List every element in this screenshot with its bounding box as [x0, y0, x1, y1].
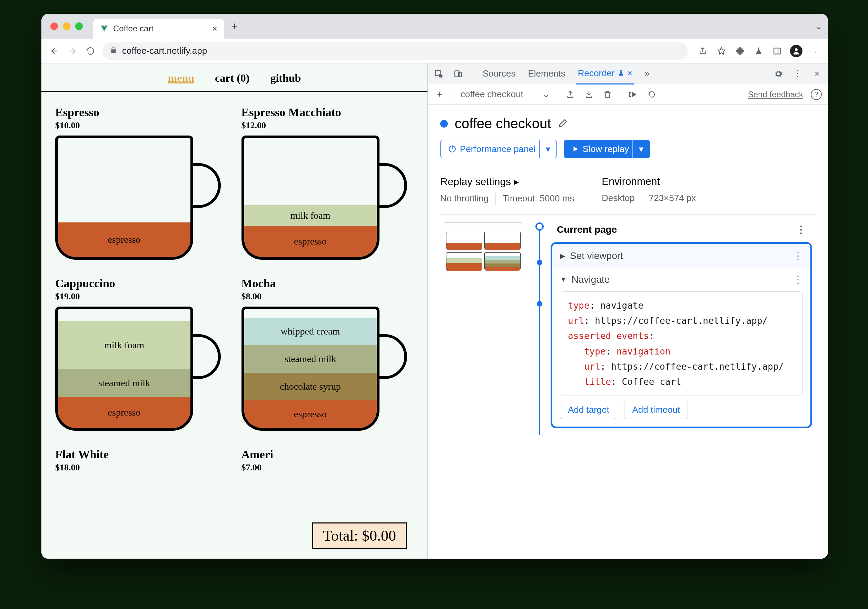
labs-icon[interactable] — [753, 45, 764, 57]
step-current-page[interactable]: Current page ⋮ — [550, 222, 812, 237]
step-card-active: ▶Set viewport ⋮ ▼Navigate ⋮ type: naviga… — [550, 242, 812, 428]
more-icon[interactable]: ⋮ — [793, 250, 803, 261]
product-cappuccino[interactable]: Cappuccino $19.00 milk foam steamed milk… — [55, 277, 228, 437]
step-set-viewport[interactable]: ▶Set viewport ⋮ — [552, 244, 811, 267]
product-name: Espresso — [55, 106, 228, 119]
timeline-thumbnail[interactable] — [444, 223, 523, 274]
address-bar: coffee-cart.netlify.app ⋮ — [42, 39, 828, 63]
toolbar-right: ⋮ — [697, 45, 821, 57]
recorder-toolbar: + coffee checkout ⌄ Send feedback ? — [428, 84, 828, 105]
layer-milkfoam: milk foam — [58, 321, 191, 369]
nav-menu[interactable]: menu — [168, 72, 194, 85]
url-text: coffee-cart.netlify.app — [122, 45, 207, 56]
url-field[interactable]: coffee-cart.netlify.app — [102, 42, 688, 60]
extensions-icon[interactable] — [734, 45, 746, 57]
timeout-value: Timeout: 5000 ms — [503, 193, 574, 205]
environment-section: Environment Desktop 723×574 px — [602, 176, 696, 205]
svg-rect-5 — [629, 93, 631, 97]
layer-espresso: espresso — [58, 223, 191, 257]
back-button[interactable] — [48, 45, 61, 57]
product-price: $7.00 — [242, 462, 414, 473]
devtools-tabs: Sources Elements Recorder × » ⋮ × — [428, 63, 828, 84]
continue-icon[interactable] — [647, 89, 658, 100]
send-feedback-link[interactable]: Send feedback — [748, 90, 803, 99]
step-navigate-details: type: navigate url: https://coffee-cart.… — [552, 291, 811, 427]
browser-tab[interactable]: Coffee cart × — [93, 19, 224, 39]
product-name: Mocha — [242, 277, 414, 290]
settings-icon[interactable] — [773, 68, 784, 79]
record-status-icon — [440, 120, 448, 128]
browser-window: Coffee cart × + ⌄ coffee-cart.netlify.ap… — [42, 14, 828, 559]
new-tab-button[interactable]: + — [228, 19, 242, 33]
device-toggle-icon[interactable] — [453, 68, 463, 79]
star-icon[interactable] — [716, 45, 727, 57]
product-flatwhite[interactable]: Flat White $18.00 — [55, 448, 228, 473]
step-code: type: navigate url: https://coffee-cart.… — [560, 291, 803, 396]
chevron-down-icon: ⌄ — [542, 89, 550, 100]
close-window-button[interactable] — [50, 22, 58, 30]
chevron-down-icon[interactable]: ▾ — [632, 140, 649, 158]
close-panel-icon[interactable]: × — [627, 68, 632, 79]
layer-espresso: espresso — [244, 400, 377, 428]
tabs-overflow-icon[interactable]: ⌄ — [815, 21, 823, 32]
add-target-button[interactable]: Add target — [560, 401, 617, 419]
reload-button[interactable] — [84, 45, 97, 57]
product-grid: Espresso $10.00 espresso Espresso Macchi… — [42, 92, 428, 473]
import-icon[interactable] — [583, 89, 594, 100]
devtools-panel: Sources Elements Recorder × » ⋮ × + coff… — [428, 63, 828, 559]
chevron-down-icon[interactable]: ▾ — [539, 140, 556, 158]
timeline: Current page ⋮ ▶Set viewport ⋮ ▼Navigate… — [440, 215, 815, 435]
product-name: Cappuccino — [55, 277, 228, 290]
env-device: Desktop — [602, 193, 634, 204]
forward-button[interactable] — [66, 45, 79, 57]
tab-elements[interactable]: Elements — [526, 63, 567, 84]
close-devtools-icon[interactable]: × — [811, 68, 823, 79]
slow-replay-button[interactable]: Slow replay ▾ — [564, 140, 650, 158]
replay-settings-section[interactable]: Replay settings ▸ No throttling Timeout:… — [440, 176, 574, 205]
performance-panel-button[interactable]: Performance panel ▾ — [440, 140, 557, 158]
tab-sources[interactable]: Sources — [480, 63, 518, 84]
chevron-right-icon: ▸ — [514, 176, 519, 188]
product-name: Ameri — [242, 448, 414, 461]
close-tab-icon[interactable]: × — [212, 23, 217, 34]
delete-icon[interactable] — [602, 89, 613, 100]
product-americano[interactable]: Ameri $7.00 — [242, 448, 414, 473]
step-over-icon[interactable] — [629, 89, 640, 100]
inspect-icon[interactable] — [433, 68, 444, 79]
product-espresso[interactable]: Espresso $10.00 espresso — [55, 106, 228, 267]
kebab-menu-icon[interactable]: ⋮ — [809, 45, 821, 57]
more-icon[interactable]: ⋮ — [796, 224, 806, 235]
export-icon[interactable] — [565, 89, 576, 100]
nav-github[interactable]: github — [270, 72, 301, 85]
help-icon[interactable]: ? — [811, 89, 822, 100]
share-icon[interactable] — [697, 45, 708, 57]
product-name: Flat White — [55, 448, 228, 461]
maximize-window-button[interactable] — [75, 22, 83, 30]
product-price: $18.00 — [55, 462, 228, 473]
layer-milkfoam: milk foam — [244, 205, 377, 226]
kebab-icon[interactable]: ⋮ — [792, 68, 803, 79]
more-icon[interactable]: ⋮ — [793, 274, 803, 285]
site-nav: menu cart (0) github — [42, 63, 428, 92]
step-navigate[interactable]: ▼Navigate ⋮ — [552, 267, 811, 291]
tabs-overflow-icon[interactable]: » — [643, 63, 652, 84]
tab-recorder[interactable]: Recorder × — [576, 63, 634, 85]
product-mocha[interactable]: Mocha $8.00 whipped cream steamed milk c… — [242, 277, 414, 437]
recording-select[interactable]: coffee checkout ⌄ — [460, 89, 557, 100]
cart-total-badge[interactable]: Total: $0.00 — [312, 522, 407, 549]
product-price: $8.00 — [242, 291, 414, 302]
profile-avatar[interactable] — [790, 45, 803, 57]
sidepanel-icon[interactable] — [771, 45, 783, 57]
minimize-window-button[interactable] — [63, 22, 70, 30]
layer-steamed: steamed milk — [58, 369, 191, 397]
flask-icon — [617, 70, 625, 77]
nav-cart[interactable]: cart (0) — [215, 72, 250, 85]
layer-choco: chocolate syrup — [244, 373, 377, 400]
svg-rect-0 — [774, 48, 781, 54]
edit-icon[interactable] — [558, 116, 568, 131]
add-timeout-button[interactable]: Add timeout — [624, 401, 688, 419]
webpage: menu cart (0) github Espresso $10.00 esp… — [42, 63, 428, 559]
product-macchiato[interactable]: Espresso Macchiato $12.00 milk foam espr… — [242, 106, 414, 267]
new-recording-icon[interactable]: + — [434, 89, 445, 100]
lock-icon — [110, 45, 117, 56]
